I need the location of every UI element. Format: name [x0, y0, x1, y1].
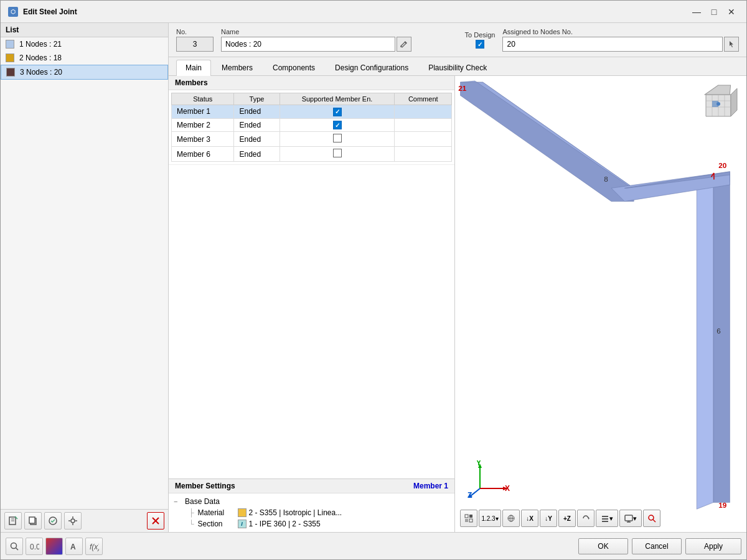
view-z-button[interactable]: +Z — [558, 510, 576, 527]
bottom-text-button[interactable]: A — [65, 538, 83, 555]
left-panel-toolbar — [1, 509, 168, 532]
material-value: 2 - S355 | Isotropic | Linea... — [249, 508, 342, 517]
bottom-func-button[interactable]: f(x) — [85, 538, 103, 555]
view-axes-button[interactable]: 1.2.3▾ — [479, 510, 501, 527]
col-supported: Comment — [395, 93, 452, 105]
section-label: Section — [198, 520, 235, 528]
tab-components[interactable]: Components — [263, 60, 324, 75]
svg-rect-5 — [29, 517, 35, 523]
section-value: 1 - IPE 360 | 2 - S355 — [249, 520, 321, 528]
table-row[interactable]: Member 1 Ended — [172, 105, 452, 119]
list-item-selected[interactable]: 3 Nodes : 20 — [1, 65, 168, 80]
bottom-color-button[interactable] — [45, 538, 63, 555]
left-panel: List 1 Nodes : 21 2 Nodes : 18 3 Nodes :… — [1, 23, 169, 532]
table-row[interactable]: Member 3 Ended — [172, 132, 452, 147]
list-items: 1 Nodes : 21 2 Nodes : 18 3 Nodes : 20 — [1, 37, 168, 509]
svg-text:20: 20 — [718, 161, 727, 169]
cube-navigator[interactable] — [697, 82, 740, 126]
app-icon: ⬡ — [8, 7, 18, 17]
view-settings-button[interactable] — [460, 510, 477, 527]
copy-button[interactable] — [24, 512, 42, 530]
supported-checkbox[interactable] — [333, 149, 342, 157]
list-item-label: 2 Nodes : 18 — [19, 54, 62, 62]
supported-checkbox[interactable] — [333, 108, 342, 116]
table-row[interactable]: Member 2 Ended — [172, 118, 452, 132]
view-x-button[interactable]: ↓X — [521, 510, 538, 527]
section-item: └ Section I 1 - IPE 360 | 2 - S355 — [169, 518, 454, 530]
supported-checkbox[interactable] — [333, 121, 342, 129]
base-data-item[interactable]: − Base Data — [169, 496, 454, 507]
name-input[interactable] — [221, 37, 395, 52]
view-y-button[interactable]: ↓Y — [540, 510, 557, 527]
check-button[interactable] — [44, 512, 62, 530]
bottom-search-button[interactable] — [6, 538, 23, 555]
svg-text:21: 21 — [458, 84, 467, 92]
svg-point-64 — [649, 515, 654, 520]
cell-comment — [395, 132, 452, 147]
cell-comment — [395, 147, 452, 162]
svg-line-67 — [16, 548, 19, 550]
svg-marker-19 — [713, 175, 730, 503]
cell-status: Ended — [234, 147, 280, 162]
svg-text:Z: Z — [467, 491, 472, 498]
cell-supported — [280, 132, 395, 147]
svg-rect-61 — [625, 515, 632, 521]
view-display-button[interactable]: ▾ — [619, 510, 642, 527]
no-group: No. — [176, 28, 214, 52]
bottom-right-actions: OK Cancel Apply — [578, 538, 741, 554]
tab-members[interactable]: Members — [212, 60, 262, 75]
cell-status: Ended — [234, 105, 280, 119]
material-item: ├ Material 2 - S355 | Isotropic | Linea.… — [169, 507, 454, 518]
assigned-label: Assigned to Nodes No. — [502, 28, 739, 35]
view-3d: 21 8 20 6 19 — [455, 76, 746, 532]
close-button[interactable]: ✕ — [724, 6, 739, 18]
svg-point-66 — [11, 543, 17, 548]
title-bar-left: ⬡ Edit Steel Joint — [8, 7, 77, 17]
cell-status: Ended — [234, 132, 280, 147]
view-render-button[interactable] — [502, 510, 520, 527]
svg-marker-32 — [705, 85, 730, 95]
no-input[interactable] — [176, 37, 214, 52]
svg-line-65 — [653, 520, 655, 522]
members-table: Status Type Supported Member En. Comment… — [171, 93, 452, 162]
tab-plausibility[interactable]: Plausibility Check — [419, 60, 496, 75]
to-design-checkbox[interactable] — [476, 40, 484, 49]
svg-text:8: 8 — [604, 175, 608, 183]
tab-main[interactable]: Main — [176, 60, 211, 76]
cancel-button[interactable]: Cancel — [632, 538, 682, 554]
col-status: Type — [234, 93, 280, 105]
minimize-button[interactable]: — — [689, 6, 704, 18]
list-color-3 — [6, 68, 15, 77]
svg-rect-52 — [465, 519, 468, 522]
name-label: Name — [221, 28, 458, 35]
supported-checkbox[interactable] — [333, 134, 342, 142]
list-header: List — [1, 23, 168, 37]
name-edit-button[interactable] — [397, 37, 411, 52]
list-item[interactable]: 1 Nodes : 21 — [1, 37, 168, 51]
maximize-button[interactable]: □ — [707, 6, 721, 18]
table-row[interactable]: Member 6 Ended — [172, 147, 452, 162]
member-settings-header: Member Settings Member 1 — [169, 478, 454, 493]
bottom-value-button[interactable]: 0.00 — [26, 538, 43, 555]
tab-design-config[interactable]: Design Configurations — [326, 60, 418, 75]
list-color-2 — [6, 54, 14, 62]
delete-button[interactable] — [147, 512, 164, 530]
apply-button[interactable]: Apply — [685, 538, 741, 554]
svg-marker-33 — [731, 88, 737, 116]
svg-point-40 — [716, 102, 720, 106]
material-value-wrap: 2 - S355 | Isotropic | Linea... — [238, 508, 342, 517]
svg-rect-60 — [602, 521, 608, 522]
view-search-button[interactable] — [643, 510, 660, 527]
list-color-1 — [6, 40, 14, 49]
settings-button[interactable] — [64, 512, 82, 530]
view-rotate-button[interactable] — [577, 510, 594, 527]
assigned-input[interactable] — [502, 37, 723, 52]
members-section-title: Members — [169, 76, 454, 90]
collapse-icon[interactable]: − — [174, 498, 182, 505]
ok-button[interactable]: OK — [578, 538, 628, 554]
new-button[interactable] — [4, 512, 22, 530]
view-layers-button[interactable]: ▾ — [596, 510, 618, 527]
pick-nodes-button[interactable] — [724, 37, 739, 52]
list-item[interactable]: 2 Nodes : 18 — [1, 51, 168, 65]
selected-member-name: Member 1 — [413, 482, 448, 490]
